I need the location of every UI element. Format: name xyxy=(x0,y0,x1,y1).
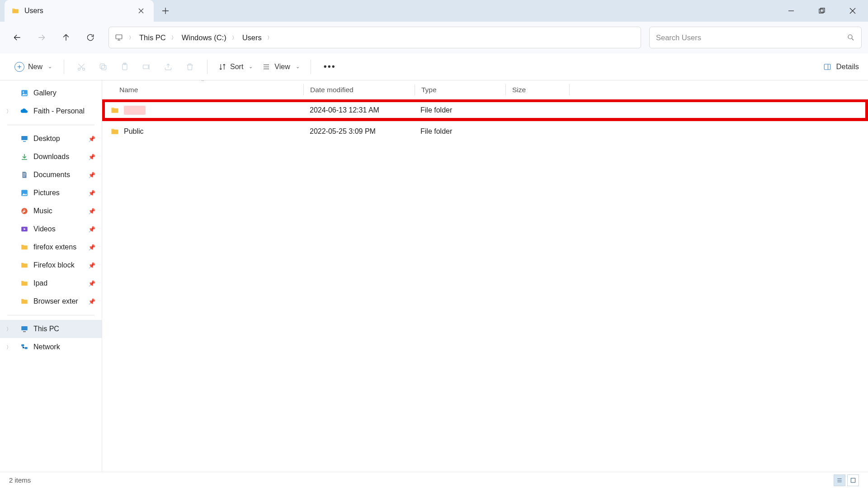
rename-button[interactable] xyxy=(136,58,157,76)
chevron-right-icon[interactable]: 〉 xyxy=(229,34,240,41)
sidebar-item-videos[interactable]: Videos 📌 xyxy=(0,220,102,238)
share-button[interactable] xyxy=(157,58,179,76)
column-header-date[interactable]: Date modified xyxy=(304,80,415,99)
delete-button[interactable] xyxy=(179,58,201,76)
svg-rect-7 xyxy=(100,64,104,68)
sidebar-item-folder[interactable]: Ipad 📌 xyxy=(0,274,102,292)
folder-icon xyxy=(11,6,20,15)
gallery-icon xyxy=(20,89,29,98)
sidebar-item-label: Documents xyxy=(33,171,70,179)
pin-icon: 📌 xyxy=(88,136,95,142)
details-view-button[interactable] xyxy=(834,474,845,486)
navigation-pane[interactable]: Gallery 〉 Faith - Personal Desktop 📌 Dow… xyxy=(0,80,102,472)
refresh-button[interactable] xyxy=(80,27,101,48)
more-button[interactable]: ••• xyxy=(317,58,342,75)
column-header-name[interactable]: Name ⌃ xyxy=(102,80,303,99)
thumbnails-view-button[interactable] xyxy=(847,474,859,486)
search-input[interactable] xyxy=(656,33,847,42)
new-tab-button[interactable] xyxy=(162,7,169,14)
desktop-icon xyxy=(20,134,29,143)
separator xyxy=(7,315,94,315)
chevron-right-icon[interactable]: 〉 xyxy=(6,326,11,333)
chevron-right-icon[interactable]: 〉 xyxy=(169,34,179,41)
sidebar-item-gallery[interactable]: Gallery xyxy=(0,84,102,102)
file-list-area: Name ⌃ Date modified Type Size 2024-06-1 xyxy=(102,80,868,472)
sidebar-item-folder[interactable]: Firefox block 📌 xyxy=(0,256,102,274)
svg-rect-18 xyxy=(21,326,28,330)
column-header-size[interactable]: Size xyxy=(506,80,569,99)
folder-icon xyxy=(20,261,29,270)
sidebar-item-label: Pictures xyxy=(33,189,60,197)
close-tab-button[interactable] xyxy=(137,6,146,15)
sort-icon xyxy=(218,63,226,71)
file-name: Public xyxy=(124,127,144,136)
pin-icon: 📌 xyxy=(88,190,95,197)
new-button[interactable]: + New ⌄ xyxy=(9,58,57,75)
sidebar-item-this-pc[interactable]: 〉 This PC xyxy=(0,320,102,338)
sort-ascending-icon: ⌃ xyxy=(201,80,204,84)
sidebar-item-downloads[interactable]: Downloads 📌 xyxy=(0,148,102,166)
sidebar-item-pictures[interactable]: Pictures 📌 xyxy=(0,184,102,202)
sidebar-item-folder[interactable]: firefox extens 📌 xyxy=(0,238,102,256)
file-rows: 2024-06-13 12:31 AM File folder Public 2… xyxy=(102,99,868,472)
pin-icon: 📌 xyxy=(88,244,95,251)
sidebar-item-label: Network xyxy=(33,343,60,351)
titlebar: Users xyxy=(0,0,868,22)
details-pane-button[interactable]: Details xyxy=(823,62,859,71)
downloads-icon xyxy=(20,152,29,161)
pictures-icon xyxy=(20,188,29,197)
address-bar[interactable]: 〉 This PC 〉 Windows (C:) 〉 Users 〉 xyxy=(108,27,641,48)
sidebar-item-label: Music xyxy=(33,207,52,215)
separator xyxy=(7,125,94,125)
file-row[interactable]: Public 2022-05-25 3:09 PM File folder xyxy=(102,121,868,142)
sidebar-item-documents[interactable]: Documents 📌 xyxy=(0,166,102,184)
paste-button[interactable] xyxy=(114,58,136,76)
status-text: 2 items xyxy=(9,476,31,484)
breadcrumb-users[interactable]: Users xyxy=(240,33,264,42)
chevron-right-icon[interactable]: 〉 xyxy=(264,34,275,41)
pc-icon xyxy=(20,324,29,333)
cut-button[interactable] xyxy=(71,58,92,76)
breadcrumb-this-pc[interactable]: This PC xyxy=(137,33,169,42)
sidebar-item-label: Downloads xyxy=(33,153,69,161)
sidebar-item-folder[interactable]: Browser exter 📌 xyxy=(0,292,102,310)
svg-rect-1 xyxy=(821,8,825,12)
plus-circle-icon: + xyxy=(14,62,24,72)
chevron-right-icon[interactable]: 〉 xyxy=(6,344,11,351)
svg-rect-6 xyxy=(102,65,106,70)
pin-icon: 📌 xyxy=(88,280,95,287)
svg-rect-0 xyxy=(819,9,823,13)
column-header-type[interactable]: Type xyxy=(415,80,505,99)
forward-button[interactable] xyxy=(31,27,52,48)
sort-button[interactable]: Sort ⌄ xyxy=(214,59,257,75)
sidebar-item-label: Videos xyxy=(33,225,56,233)
music-icon xyxy=(20,206,29,216)
back-button[interactable] xyxy=(6,27,28,48)
sidebar-item-music[interactable]: Music 📌 xyxy=(0,202,102,220)
file-row[interactable]: 2024-06-13 12:31 AM File folder xyxy=(102,99,868,121)
svg-rect-11 xyxy=(824,64,830,70)
chevron-right-icon[interactable]: 〉 xyxy=(6,108,11,115)
search-box[interactable] xyxy=(649,27,862,48)
sidebar-item-network[interactable]: 〉 Network xyxy=(0,338,102,356)
command-bar: + New ⌄ Sort ⌄ View ⌄ ••• Details xyxy=(0,53,868,80)
copy-button[interactable] xyxy=(92,58,114,76)
videos-icon xyxy=(20,225,29,234)
svg-rect-21 xyxy=(851,478,855,482)
sidebar-item-label: Firefox block xyxy=(33,261,75,269)
view-button[interactable]: View ⌄ xyxy=(257,59,304,75)
svg-point-13 xyxy=(23,91,24,93)
sort-label: Sort xyxy=(230,63,243,71)
chevron-right-icon[interactable]: 〉 xyxy=(126,34,137,41)
sidebar-item-onedrive[interactable]: 〉 Faith - Personal xyxy=(0,102,102,120)
tab-users[interactable]: Users xyxy=(5,0,154,22)
maximize-button[interactable] xyxy=(807,0,837,22)
svg-rect-19 xyxy=(21,344,24,347)
up-button[interactable] xyxy=(55,27,77,48)
breadcrumb-drive[interactable]: Windows (C:) xyxy=(179,33,229,42)
search-icon[interactable] xyxy=(847,33,855,42)
minimize-button[interactable] xyxy=(776,0,807,22)
sidebar-item-desktop[interactable]: Desktop 📌 xyxy=(0,130,102,148)
list-icon xyxy=(262,63,271,71)
close-window-button[interactable] xyxy=(837,0,868,22)
